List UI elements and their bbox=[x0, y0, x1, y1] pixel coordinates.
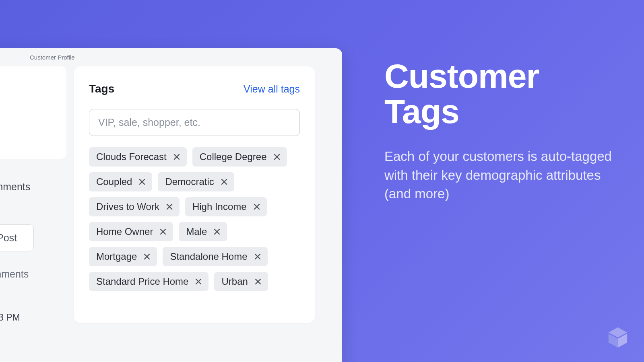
tag-label: Urban bbox=[221, 276, 248, 287]
app-preview-panel: Customer Profile comments Post comments … bbox=[0, 48, 342, 362]
tags-list: Clouds ForecastCollege DegreeCoupledDemo… bbox=[89, 147, 300, 291]
tag-label: Mortgage bbox=[96, 251, 137, 262]
tags-header: Tags View all tags bbox=[89, 82, 300, 95]
tag-chip: Coupled bbox=[89, 172, 152, 191]
close-icon[interactable] bbox=[220, 177, 229, 186]
tag-chip: College Degree bbox=[192, 147, 287, 167]
hero-title: Customer Tags bbox=[384, 58, 626, 129]
comments-heading: comments bbox=[0, 181, 66, 193]
tag-chip: Democratic bbox=[158, 172, 234, 191]
tag-chip: Drives to Work bbox=[89, 197, 180, 216]
comments-label: comments bbox=[0, 268, 66, 280]
tag-label: Standard Price Home bbox=[96, 276, 188, 287]
left-column: comments Post comments 2:33 PM bbox=[0, 66, 66, 323]
tag-chip: Urban bbox=[214, 272, 268, 291]
tag-label: Standalone Home bbox=[170, 251, 247, 262]
tag-label: College Degree bbox=[200, 151, 267, 162]
close-icon[interactable] bbox=[142, 252, 151, 261]
close-icon[interactable] bbox=[252, 202, 261, 211]
close-icon[interactable] bbox=[272, 152, 281, 161]
tag-chip: Male bbox=[179, 222, 227, 241]
close-icon[interactable] bbox=[165, 202, 174, 211]
close-icon[interactable] bbox=[253, 252, 262, 261]
close-icon[interactable] bbox=[159, 227, 167, 236]
tag-chip: Standard Price Home bbox=[89, 272, 208, 291]
page-title: Customer Profile bbox=[0, 48, 342, 66]
profile-card-placeholder bbox=[0, 66, 66, 159]
tag-label: Male bbox=[186, 226, 207, 237]
tag-input[interactable] bbox=[89, 109, 300, 136]
divider bbox=[0, 209, 66, 209]
tags-card: Tags View all tags Clouds ForecastColleg… bbox=[74, 66, 315, 323]
close-icon[interactable] bbox=[213, 227, 221, 236]
view-all-tags-link[interactable]: View all tags bbox=[244, 83, 300, 95]
brand-logo-icon bbox=[606, 326, 630, 349]
tags-title: Tags bbox=[89, 82, 114, 95]
timestamp: 2:33 PM bbox=[0, 312, 66, 323]
close-icon[interactable] bbox=[138, 177, 147, 186]
tag-label: Drives to Work bbox=[96, 201, 159, 212]
hero-title-line1: Customer bbox=[384, 57, 539, 95]
tag-chip: Mortgage bbox=[89, 247, 157, 266]
hero-section: Customer Tags Each of your customers is … bbox=[384, 58, 626, 203]
close-icon[interactable] bbox=[172, 152, 181, 161]
tag-label: High Income bbox=[192, 201, 247, 212]
post-button[interactable]: Post bbox=[0, 224, 34, 251]
tag-chip: High Income bbox=[185, 197, 267, 216]
hero-description: Each of your customers is auto-tagged wi… bbox=[384, 147, 626, 203]
close-icon[interactable] bbox=[194, 277, 203, 286]
content-row: comments Post comments 2:33 PM Tags View… bbox=[0, 66, 342, 323]
tag-label: Clouds Forecast bbox=[96, 151, 167, 162]
tag-label: Coupled bbox=[96, 176, 132, 187]
close-icon[interactable] bbox=[254, 277, 262, 286]
hero-title-line2: Tags bbox=[384, 93, 459, 130]
tag-label: Home Owner bbox=[96, 226, 153, 237]
tag-chip: Standalone Home bbox=[163, 247, 267, 266]
tag-chip: Clouds Forecast bbox=[89, 147, 187, 167]
tag-chip: Home Owner bbox=[89, 222, 173, 241]
tag-label: Democratic bbox=[165, 176, 214, 187]
